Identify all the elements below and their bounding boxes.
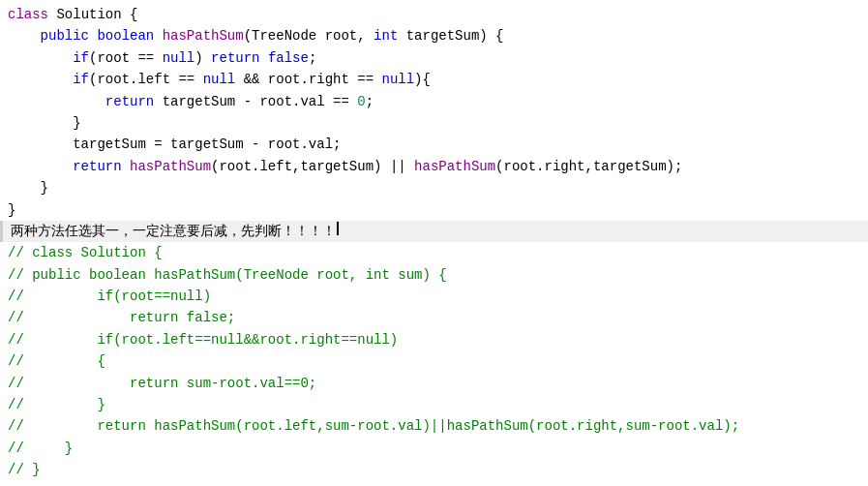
- code-line-9: }: [0, 177, 868, 198]
- code-line-20: // return hasPathSum(root.left,sum-root.…: [0, 415, 868, 437]
- text-cursor: [337, 222, 339, 235]
- code-line-21: // }: [0, 438, 868, 459]
- code-line-18: // return sum-root.val==0;: [0, 373, 868, 394]
- code-line-5: return targetSum - root.val == 0;: [0, 91, 868, 112]
- kw-class: class: [8, 4, 56, 25]
- code-line-14: // if(root==null): [0, 286, 868, 307]
- code-line-6: }: [0, 112, 868, 134]
- code-line-1: class Solution {: [0, 4, 868, 25]
- code-line-19: // }: [0, 394, 868, 415]
- code-line-8: return hasPathSum(root.left,targetSum) |…: [0, 156, 868, 177]
- code-line-22: // }: [0, 459, 868, 480]
- code-line-4: if(root.left == null && root.right == nu…: [0, 69, 868, 90]
- code-line-3: if(root == null) return false;: [0, 47, 868, 69]
- code-line-13: // public boolean hasPathSum(TreeNode ro…: [0, 264, 868, 286]
- code-line-7: targetSum = targetSum - root.val;: [0, 134, 868, 155]
- code-line-12: // class Solution {: [0, 242, 868, 263]
- code-line-17: // {: [0, 350, 868, 372]
- code-line-15: // return false;: [0, 307, 868, 328]
- code-line-2: public boolean hasPathSum(TreeNode root,…: [0, 25, 868, 46]
- code-line-10: }: [0, 199, 868, 221]
- code-line-note: 两种方法任选其一，一定注意要后减，先判断！！！！: [0, 221, 868, 242]
- code-line-16: // if(root.left==null&&root.right==null): [0, 329, 868, 350]
- code-editor: class Solution { public boolean hasPathS…: [0, 0, 868, 486]
